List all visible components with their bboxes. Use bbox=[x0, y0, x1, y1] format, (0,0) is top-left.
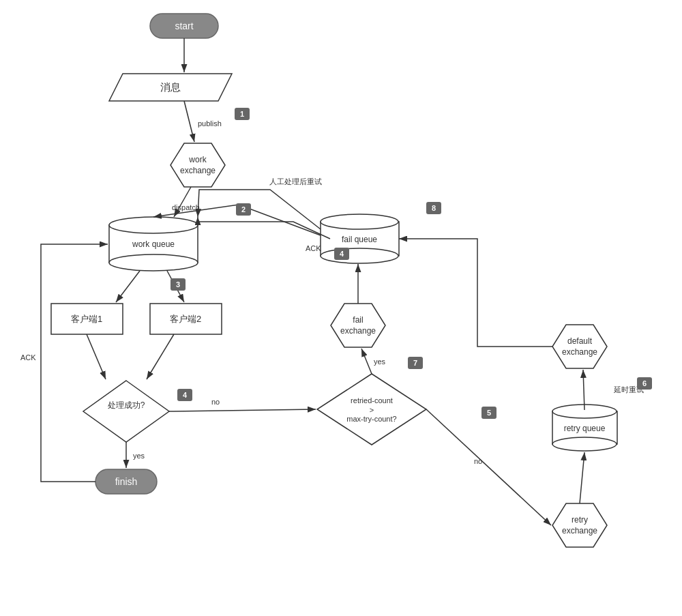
retried-count-label1: retried-count bbox=[351, 396, 393, 405]
default-exchange-label2: exchange bbox=[562, 347, 597, 357]
svg-line-34 bbox=[580, 452, 584, 503]
client2-label: 客户端2 bbox=[170, 314, 201, 324]
svg-point-6 bbox=[109, 217, 198, 233]
svg-line-30 bbox=[169, 409, 316, 411]
badge5-label: 5 bbox=[487, 409, 491, 417]
finish-label: finish bbox=[115, 476, 138, 487]
svg-marker-17 bbox=[552, 503, 607, 547]
badge8-label: 8 bbox=[432, 204, 436, 212]
retry-exchange-label: retry bbox=[572, 515, 588, 525]
svg-line-25 bbox=[116, 271, 140, 302]
ack-left-label: ACK bbox=[20, 353, 36, 362]
flow-svg: start 消息 work exchange work queue 客户端1 客… bbox=[0, 0, 682, 616]
svg-line-31 bbox=[361, 349, 372, 374]
no-retried-label: no bbox=[474, 457, 482, 465]
default-exchange-label: default bbox=[567, 336, 593, 346]
message-label: 消息 bbox=[160, 81, 181, 93]
retried-count-label2: > bbox=[370, 406, 374, 414]
svg-point-15 bbox=[321, 214, 398, 229]
start-label: start bbox=[175, 20, 193, 31]
yes-retried-label: yes bbox=[374, 357, 386, 366]
success-label: 处理成功? bbox=[108, 400, 145, 410]
svg-line-33 bbox=[426, 409, 551, 525]
yes-success-label: yes bbox=[133, 452, 145, 460]
work-queue-label: work queue bbox=[132, 239, 175, 249]
svg-line-23 bbox=[184, 101, 194, 142]
badge6-label: 6 bbox=[642, 379, 647, 387]
retry-queue-label: retry queue bbox=[564, 424, 606, 433]
badge7-label: 7 bbox=[413, 359, 417, 367]
fail-exchange-label2: exchange bbox=[340, 326, 376, 336]
flow-diagram: start 消息 work exchange work queue 客户端1 客… bbox=[0, 0, 682, 616]
svg-marker-4 bbox=[170, 143, 225, 187]
fail-exchange-label: fail bbox=[353, 315, 363, 325]
retried-count-label3: max-try-count? bbox=[346, 415, 396, 423]
badge3-label: 3 bbox=[176, 280, 180, 289]
badge1-label: 1 bbox=[240, 110, 244, 118]
svg-point-7 bbox=[109, 254, 198, 271]
manual-retry-label: 人工处理后重试 bbox=[269, 177, 322, 186]
work-exchange-label: work bbox=[188, 155, 207, 164]
svg-marker-21 bbox=[552, 325, 607, 368]
badge4-success-label: 4 bbox=[183, 391, 188, 399]
dispatch-label: dispatch bbox=[172, 203, 200, 211]
fail-queue-label: fail queue bbox=[342, 235, 377, 244]
client1-label: 客户端1 bbox=[71, 314, 102, 324]
no-success-label: no bbox=[211, 398, 220, 406]
retry-exchange-label2: exchange bbox=[562, 526, 597, 536]
svg-marker-10 bbox=[83, 381, 169, 442]
svg-line-27 bbox=[87, 334, 106, 379]
publish-label: publish bbox=[198, 119, 222, 128]
svg-point-20 bbox=[552, 437, 617, 451]
svg-marker-13 bbox=[331, 304, 385, 347]
svg-point-16 bbox=[321, 248, 398, 263]
ack-right-label: ACK bbox=[306, 244, 321, 252]
badge2-label: 2 bbox=[241, 205, 246, 214]
work-exchange-label2: exchange bbox=[180, 166, 216, 175]
badge4-ack-label: 4 bbox=[340, 250, 344, 258]
svg-line-35 bbox=[583, 370, 584, 410]
svg-line-28 bbox=[147, 334, 174, 379]
